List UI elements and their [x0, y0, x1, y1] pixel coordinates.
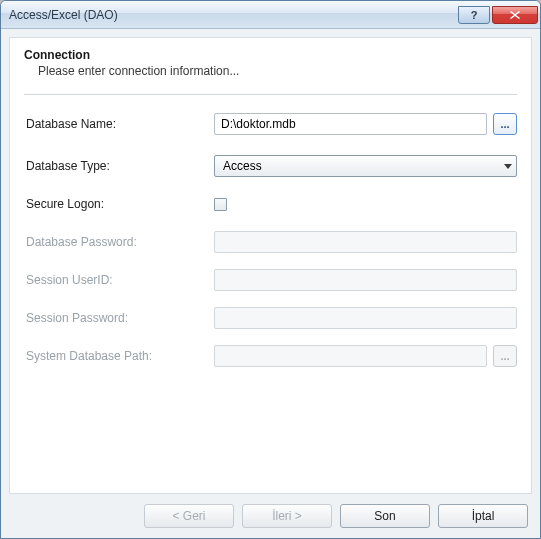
divider [24, 94, 517, 95]
row-database-name: Database Name: ... [24, 113, 517, 135]
label-secure-logon: Secure Logon: [24, 197, 214, 211]
header-subtitle: Please enter connection information... [24, 64, 517, 78]
input-database-name[interactable] [214, 113, 487, 135]
header-title: Connection [24, 48, 517, 62]
input-session-password [214, 307, 517, 329]
label-database-name: Database Name: [24, 117, 214, 131]
row-system-db-path: System Database Path: ... [24, 345, 517, 367]
input-system-db-path [214, 345, 487, 367]
main-panel: Connection Please enter connection infor… [9, 37, 532, 494]
window-title: Access/Excel (DAO) [9, 8, 456, 22]
row-session-password: Session Password: [24, 307, 517, 329]
dropdown-value: Access [223, 159, 262, 173]
button-bar: < Geri İleri > Son İptal [9, 494, 532, 530]
label-system-db-path: System Database Path: [24, 349, 214, 363]
finish-button[interactable]: Son [340, 504, 430, 528]
content-area: Connection Please enter connection infor… [1, 29, 540, 538]
dropdown-database-type[interactable]: Access [214, 155, 517, 177]
label-database-type: Database Type: [24, 159, 214, 173]
row-database-type: Database Type: Access [24, 155, 517, 177]
dialog-window: Access/Excel (DAO) ? Connection Please e… [0, 0, 541, 539]
close-button[interactable] [492, 6, 538, 24]
browse-system-db-button: ... [493, 345, 517, 367]
row-session-user: Session UserID: [24, 269, 517, 291]
row-db-password: Database Password: [24, 231, 517, 253]
label-session-password: Session Password: [24, 311, 214, 325]
help-button[interactable]: ? [458, 6, 490, 24]
row-secure-logon: Secure Logon: [24, 197, 517, 211]
back-button: < Geri [144, 504, 234, 528]
input-db-password [214, 231, 517, 253]
chevron-down-icon [504, 164, 512, 169]
header-section: Connection Please enter connection infor… [24, 48, 517, 88]
input-session-user [214, 269, 517, 291]
next-button: İleri > [242, 504, 332, 528]
label-db-password: Database Password: [24, 235, 214, 249]
close-icon [510, 11, 520, 19]
cancel-button[interactable]: İptal [438, 504, 528, 528]
checkbox-secure-logon[interactable] [214, 198, 227, 211]
label-session-user: Session UserID: [24, 273, 214, 287]
titlebar[interactable]: Access/Excel (DAO) ? [1, 1, 540, 29]
browse-button[interactable]: ... [493, 113, 517, 135]
